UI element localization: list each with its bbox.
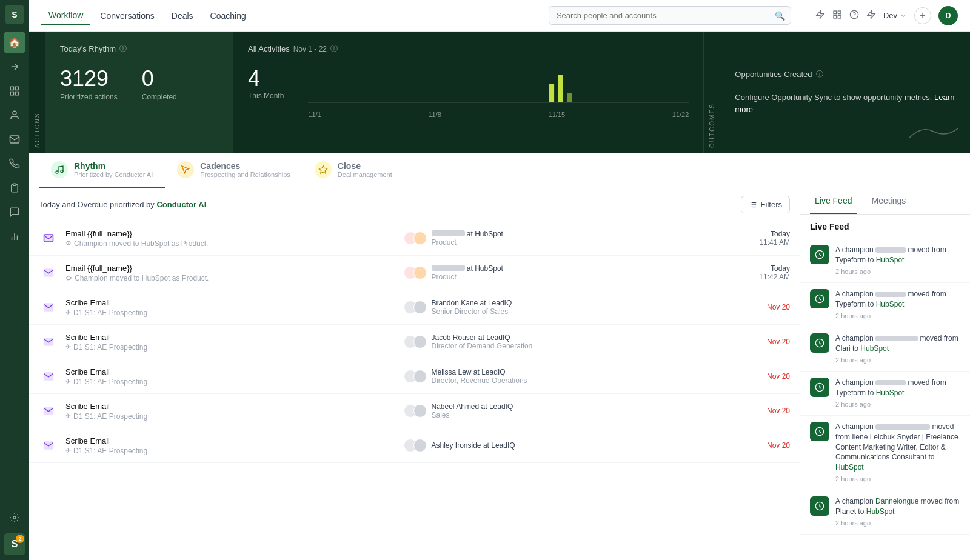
feed-item-avatar [810, 378, 829, 397]
svg-rect-2 [10, 92, 13, 95]
subtitle-text: D1 S1: AE Prospecting [73, 447, 147, 455]
svg-rect-12 [834, 15, 837, 18]
chart-label-3: 11/22 [672, 111, 689, 118]
email-type-icon [39, 401, 58, 421]
sidebar-item-user-s[interactable]: S 2 [4, 533, 25, 555]
sidebar-item-chat[interactable] [4, 201, 25, 223]
avatar-2 [413, 439, 427, 452]
nav-lightning-icon[interactable] [815, 10, 825, 22]
action-title: Email {{full_name}} [65, 264, 404, 273]
sidebar-item-settings[interactable] [4, 507, 25, 528]
feed-content: A champion moved from Ilene Lelchuk Snyd… [835, 422, 960, 484]
tab-cadences[interactable]: Cadences Prospecting and Relationships [165, 153, 303, 188]
contact-info: Nabeel Ahmed at LeadIQ Sales [432, 402, 513, 419]
action-title: Scribe Email [65, 298, 404, 307]
action-date: Nov 20 [741, 441, 790, 450]
avatar-2 [413, 335, 427, 348]
contact-role: Sales [432, 411, 513, 419]
feed-link[interactable]: HubSpot [876, 256, 905, 264]
prioritized-label: Prioritized actions [60, 93, 118, 101]
contact-at: at HubSpot [467, 230, 503, 238]
action-date: Nov 20 [741, 372, 790, 381]
feed-time: 2 hours ago [835, 400, 960, 409]
nav-bolt-icon[interactable] [866, 10, 876, 22]
opportunities-description: Configure Opportunity Sync to show oppor… [735, 92, 955, 115]
feed-text-before: A champion [835, 290, 874, 298]
sidebar-item-home[interactable]: 🏠 [4, 32, 25, 53]
feed-link[interactable]: HubSpot [860, 344, 889, 353]
action-time: 11:41 AM [741, 238, 790, 247]
tab-rhythm[interactable]: Rhythm Prioritized by Conductor AI [39, 153, 165, 188]
contact-avatars [404, 301, 427, 314]
feed-named-link[interactable]: Dannelongue [875, 497, 918, 505]
action-date-text: Today [771, 230, 790, 238]
nav-avatar[interactable]: D [938, 6, 958, 25]
feed-link[interactable]: HubSpot [866, 507, 895, 516]
nav-coaching[interactable]: Coaching [203, 7, 253, 24]
action-title: Scribe Email [65, 402, 404, 411]
opportunities-info-icon[interactable]: ⓘ [816, 69, 823, 79]
feed-item: A champion Dannelongue moved from Planet… [800, 490, 970, 535]
subtitle-text: D1 S1: AE Prospecting [73, 378, 147, 386]
nav-add-button[interactable]: + [914, 7, 931, 24]
prioritized-count: 3129 [60, 66, 118, 92]
content-area: ACTIONS Today's Rhythm ⓘ 3129 Prioritize… [29, 32, 970, 560]
contact-avatars [404, 404, 427, 418]
sidebar-logo[interactable]: S [5, 5, 24, 24]
sidebar-item-mail[interactable] [4, 128, 25, 150]
sidebar-item-send[interactable] [4, 56, 25, 78]
tab-live-feed[interactable]: Live Feed [810, 188, 857, 214]
contact-name: Melissa Lew at LeadIQ [432, 368, 527, 376]
contact-avatars [404, 232, 427, 245]
svg-marker-16 [868, 10, 875, 18]
nav-dev-selector[interactable]: Dev [883, 11, 907, 20]
feed-time: 2 hours ago [835, 267, 960, 276]
contact-name: Ashley Ironside at LeadIQ [432, 441, 515, 450]
nav-deals[interactable]: Deals [164, 7, 201, 24]
search-input[interactable] [549, 6, 791, 25]
sidebar-item-person[interactable] [4, 104, 25, 126]
nav-workflow[interactable]: Workflow [41, 7, 90, 25]
feed-blurred-name [875, 380, 906, 385]
feed-content: A champion moved from Clari to HubSpot 2… [835, 333, 960, 365]
action-row[interactable]: Email {{full_name}} ⚙ Champion moved to … [29, 221, 800, 256]
sidebar-item-phone[interactable] [4, 153, 25, 175]
feed-link[interactable]: HubSpot [876, 388, 905, 397]
feed-link[interactable]: HubSpot [876, 300, 905, 308]
activities-title: All Activities Nov 1 - 22 ⓘ [248, 44, 689, 54]
svg-point-4 [13, 111, 16, 115]
sidebar-item-clipboard[interactable] [4, 177, 25, 199]
nav-help-icon[interactable] [849, 10, 859, 22]
action-row[interactable]: Email {{full_name}} ⚙ Champion moved to … [29, 256, 800, 290]
nav-conversations[interactable]: Conversations [93, 7, 162, 24]
search-icon: 🔍 [775, 11, 785, 21]
action-row[interactable]: Scribe Email ✈ D1 S1: AE Prospecting Bra… [29, 290, 800, 325]
tab-meetings[interactable]: Meetings [866, 188, 911, 214]
contact-role: Product [432, 273, 503, 281]
rhythm-card: Today's Rhythm ⓘ 3129 Prioritized action… [45, 32, 233, 153]
sidebar-item-grid[interactable] [4, 80, 25, 102]
activities-count: 4 This Month [248, 66, 284, 100]
rhythm-info-icon[interactable]: ⓘ [119, 44, 127, 54]
feed-item: A champion moved from Typeform to HubSpo… [800, 372, 970, 416]
action-row[interactable]: Scribe Email ✈ D1 S1: AE Prospecting Ash… [29, 428, 800, 463]
action-row[interactable]: Scribe Email ✈ D1 S1: AE Prospecting Mel… [29, 359, 800, 394]
tab-close[interactable]: Close Deal management [303, 153, 404, 188]
nav-grid-icon[interactable] [832, 10, 842, 22]
action-title: Scribe Email [65, 367, 404, 376]
filter-button[interactable]: Filters [741, 196, 790, 213]
activities-info-icon[interactable]: ⓘ [330, 44, 338, 54]
email-type-icon [39, 332, 58, 352]
action-contact: at HubSpot Product [404, 264, 742, 281]
action-row[interactable]: Scribe Email ✈ D1 S1: AE Prospecting Nab… [29, 394, 800, 428]
subtitle-icon: ✈ [65, 378, 71, 385]
feed-link[interactable]: HubSpot [835, 463, 864, 472]
action-row[interactable]: Scribe Email ✈ D1 S1: AE Prospecting Jac… [29, 325, 800, 359]
action-date-text: Today [771, 264, 790, 273]
feed-blurred-name [875, 424, 930, 430]
sidebar-item-chart[interactable] [4, 225, 25, 247]
feed-time: 2 hours ago [835, 312, 960, 321]
blurred-contact-name [432, 230, 465, 236]
contact-name: Jacob Rouser at LeadIQ [432, 333, 533, 342]
activities-big: 4 This Month [248, 66, 689, 121]
